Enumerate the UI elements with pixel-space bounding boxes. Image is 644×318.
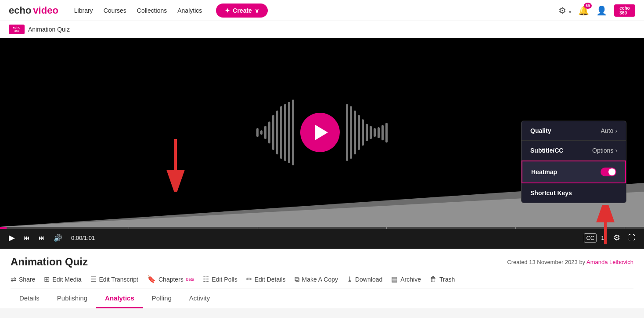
progress-tick [625,227,625,229]
quality-label: Quality [530,127,551,134]
wave-bar [288,102,290,163]
wave-bar [272,115,274,150]
video-controls-bar: ▶ ⏮ ⏭ 🔊 0:00/1:01 CC 1x ⚙ ⛶ [0,227,644,249]
nav-courses[interactable]: Courses [104,7,126,14]
settings-subtitle-row[interactable]: Subtitle/CC Options › [522,141,626,161]
notifications-button[interactable]: 🔔 69 [578,5,589,16]
subtitle-value: Options › [592,147,617,154]
edit-media-icon: ⊞ [44,275,50,283]
chapters-icon: 🔖 [147,275,156,283]
settings-quality-row[interactable]: Quality Auto › [522,121,626,141]
notification-badge: 69 [584,3,592,9]
chapters-beta-badge: Beta [186,277,194,282]
wave-bar [264,126,266,139]
created-text: Created 13 November 2023 by [507,259,585,265]
quality-value-text: Auto [601,127,614,134]
logo: echovideo [9,5,58,16]
edit-details-icon: ✏ [246,275,252,283]
nav-analytics[interactable]: Analytics [177,7,202,14]
make-copy-button[interactable]: ⧉ Make A Copy [295,275,338,283]
wave-bar [280,106,282,159]
nav-collections[interactable]: Collections [137,7,167,14]
progress-tick [515,227,516,229]
video-player: Quality Auto › Subtitle/CC Options › Hea… [0,38,644,249]
archive-label: Archive [400,276,421,283]
progress-tick [386,227,387,229]
subtitle-chevron-icon: › [615,147,617,154]
share-label: Share [19,276,35,283]
tab-polling[interactable]: Polling [143,289,180,308]
settings-button[interactable]: ⚙ ▾ [558,5,571,16]
created-info: Created 13 November 2023 by Amanda Leibo… [507,259,633,265]
nav-library[interactable]: Library [74,7,93,14]
rewind-button[interactable]: ⏮ [22,232,32,243]
heatmap-label: Heatmap [531,168,557,175]
tab-activity[interactable]: Activity [180,289,219,308]
wave-bar [354,111,356,154]
chapters-label: Chapters [158,276,183,283]
top-nav: echovideo Library Courses Collections An… [0,0,644,21]
wave-bar [284,104,286,161]
fast-forward-button[interactable]: ⏭ [37,232,47,243]
progress-bar[interactable] [0,227,644,229]
wave-bar [366,124,368,141]
tab-details[interactable]: Details [11,289,48,308]
progress-tick [258,227,258,229]
play-icon [315,125,328,140]
edit-media-button[interactable]: ⊞ Edit Media [44,275,81,283]
make-copy-icon: ⧉ [295,275,299,283]
wave-bar [381,125,384,140]
settings-heatmap-row[interactable]: Heatmap [522,161,626,183]
progress-tick [129,227,129,229]
archive-icon: ▤ [391,275,398,283]
settings-popup: Quality Auto › Subtitle/CC Options › Hea… [521,121,626,203]
edit-details-button[interactable]: ✏ Edit Details [246,275,286,283]
shortcut-label: Shortcut Keys [530,189,572,197]
edit-polls-button[interactable]: ☷ Edit Polls [203,275,237,283]
wave-bar [370,126,372,139]
create-button[interactable]: ✦ Create ∨ [216,4,268,18]
trash-label: Trash [439,276,455,283]
video-title-row: Animation Quiz Created 13 November 2023 … [11,256,633,268]
create-chevron: ∨ [255,7,259,14]
edit-details-label: Edit Details [255,276,286,283]
wave-bar [268,121,270,143]
edit-transcript-icon: ☰ [90,275,97,283]
video-title: Animation Quiz [11,256,88,268]
echo360-logo: echo360 [614,4,635,17]
breadcrumb-logo: echo360 [9,25,25,34]
creator-link[interactable]: Amanda Leibovich [586,259,633,265]
tab-analytics[interactable]: Analytics [96,289,143,308]
edit-polls-icon: ☷ [203,275,209,283]
settings-shortcut-row[interactable]: Shortcut Keys [522,183,626,203]
wave-bar [276,111,278,154]
play-pause-button[interactable]: ▶ [7,231,17,244]
download-label: Download [355,276,382,283]
share-button[interactable]: ⇄ Share [11,275,35,283]
subtitle-value-text: Options [592,147,613,154]
wave-bar [260,130,263,135]
tab-publishing[interactable]: Publishing [48,289,96,308]
download-button[interactable]: ⤓ Download [347,275,382,283]
archive-button[interactable]: ▤ Archive [391,275,421,283]
edit-transcript-label: Edit Transcript [99,276,138,283]
trash-button[interactable]: 🗑 Trash [430,275,455,283]
red-arrow-left [158,135,189,192]
time-display: 0:00/1:01 [71,235,95,241]
user-account-button[interactable]: 👤 [596,5,607,16]
edit-polls-label: Edit Polls [212,276,237,283]
trash-icon: 🗑 [430,275,437,283]
fullscreen-button[interactable]: ⛶ [626,232,637,243]
waveform-right [346,104,388,161]
quality-chevron-icon: › [615,127,617,134]
play-button[interactable] [300,113,340,152]
download-icon: ⤓ [347,275,353,283]
tabs-row: Details Publishing Analytics Polling Act… [0,289,644,308]
volume-button[interactable]: 🔊 [52,232,64,244]
heatmap-toggle[interactable] [601,168,616,176]
heatmap-toggle-knob [608,168,615,175]
wave-bar [346,104,348,161]
wave-bar [385,123,388,143]
edit-transcript-button[interactable]: ☰ Edit Transcript [90,275,138,283]
chapters-button[interactable]: 🔖 Chapters Beta [147,275,194,283]
